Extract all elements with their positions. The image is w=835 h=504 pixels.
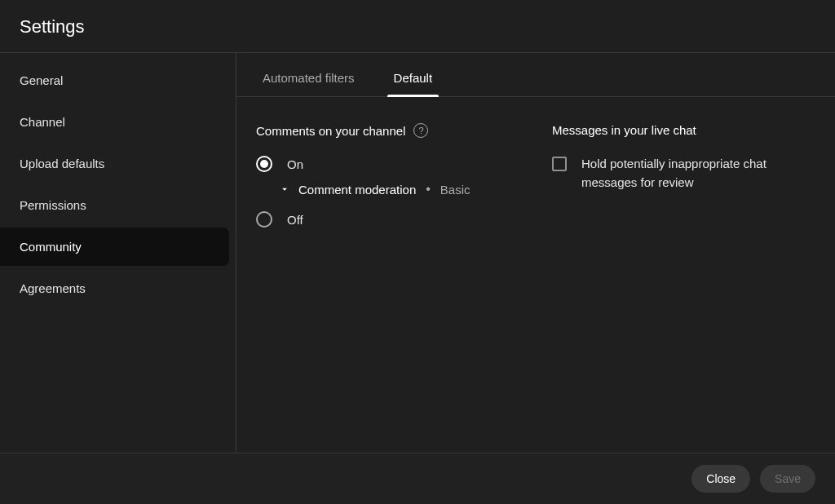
tab-default[interactable]: Default — [387, 53, 440, 96]
comments-title-text: Comments on your channel — [256, 124, 405, 138]
tab-automated-filters[interactable]: Automated filters — [256, 53, 361, 96]
moderation-value: Basic — [440, 183, 471, 197]
sidebar-item-community[interactable]: Community — [0, 228, 229, 266]
sidebar-item-general[interactable]: General — [0, 61, 229, 99]
sidebar-item-permissions[interactable]: Permissions — [0, 186, 229, 224]
page-title: Settings — [20, 16, 815, 38]
comments-radio-off[interactable]: Off — [256, 211, 519, 228]
livechat-title-text: Messages in your live chat — [552, 123, 696, 137]
radio-on-label: On — [287, 157, 303, 171]
sidebar-item-channel[interactable]: Channel — [0, 103, 229, 141]
comments-radio-on[interactable]: On — [256, 156, 519, 172]
sidebar-item-upload-defaults[interactable]: Upload defaults — [0, 144, 229, 183]
comments-section-title: Comments on your channel ? — [256, 123, 519, 138]
close-button[interactable]: Close — [691, 465, 750, 493]
radio-off-label: Off — [287, 213, 303, 227]
livechat-section-title: Messages in your live chat — [552, 123, 815, 137]
chevron-down-icon — [279, 183, 290, 195]
hold-messages-label: Hold potentially inappropriate chat mess… — [581, 155, 815, 192]
moderation-label: Comment moderation — [298, 183, 416, 197]
dialog-footer: Close Save — [0, 453, 835, 504]
save-button: Save — [760, 465, 815, 493]
radio-on-icon — [256, 156, 272, 172]
dot-separator: • — [426, 182, 431, 197]
settings-header: Settings — [0, 0, 835, 53]
checkbox-icon — [552, 157, 567, 171]
tabs: Automated filters Default — [236, 53, 835, 97]
help-icon[interactable]: ? — [413, 123, 428, 138]
livechat-section: Messages in your live chat Hold potentia… — [552, 123, 815, 237]
sidebar-item-agreements[interactable]: Agreements — [0, 269, 229, 307]
hold-messages-checkbox-row[interactable]: Hold potentially inappropriate chat mess… — [552, 155, 815, 192]
comments-section: Comments on your channel ? On Comment mo… — [256, 123, 519, 237]
radio-off-icon — [256, 211, 272, 228]
comment-moderation-expand[interactable]: Comment moderation • Basic — [279, 182, 519, 197]
settings-sidebar: General Channel Upload defaults Permissi… — [0, 53, 236, 453]
